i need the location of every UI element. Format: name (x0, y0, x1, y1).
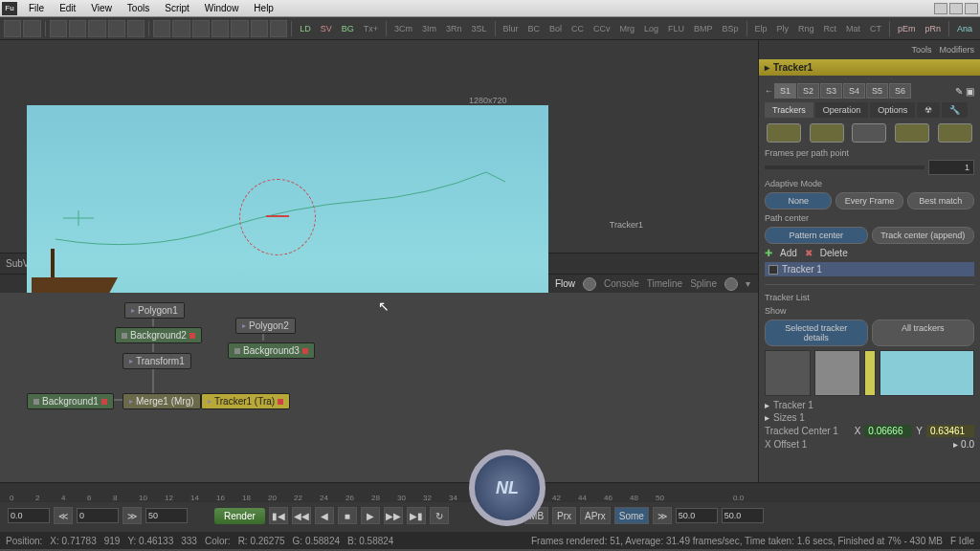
tool-ply[interactable]: Ply (773, 22, 793, 35)
global-end[interactable] (722, 508, 764, 523)
play-button[interactable]: ▶ (361, 507, 380, 524)
step-back-button[interactable]: ◀◀ (292, 507, 311, 524)
s2-button[interactable]: S2 (797, 83, 819, 99)
pattern-center[interactable]: Pattern center (765, 227, 868, 244)
adaptive-none[interactable]: None (765, 192, 832, 209)
prev-key-button[interactable]: ≪ (54, 507, 73, 524)
tool-3im[interactable]: 3Im (418, 22, 440, 35)
close-button[interactable]: × (965, 3, 978, 14)
step-forward-button[interactable]: ▶▶ (384, 507, 403, 524)
tab-flow[interactable]: Flow (555, 278, 575, 289)
tool-3rn[interactable]: 3Rn (442, 22, 466, 35)
minimize-button[interactable]: – (934, 3, 947, 14)
wrench-icon[interactable]: 🔧 (942, 102, 968, 118)
tab-tools[interactable]: Tools (911, 45, 931, 55)
tab-icon[interactable] (724, 277, 738, 291)
s3-button[interactable]: S3 (820, 83, 842, 99)
tool-mat[interactable]: Mat (842, 22, 864, 35)
tracker-list-item[interactable]: Tracker 1 (765, 262, 974, 276)
node-transform1[interactable]: ▸Transform1 (122, 353, 191, 369)
tool-3cm[interactable]: 3Cm (390, 22, 416, 35)
loop-button[interactable]: ↻ (430, 507, 449, 524)
tool-bsp[interactable]: BSp (719, 22, 743, 35)
tool-blur[interactable]: Blur (500, 22, 523, 35)
toolbar-btn[interactable] (172, 20, 189, 37)
tracker-center[interactable] (266, 215, 289, 217)
menu-help[interactable]: Help (246, 1, 281, 15)
node-polygon2[interactable]: ▸Polygon2 (235, 318, 296, 334)
dropdown-icon[interactable]: ▾ (746, 278, 750, 289)
track-center-append[interactable]: Track center (append) (872, 227, 975, 244)
subv-toggle[interactable]: SubV (6, 258, 29, 269)
toolbar-btn[interactable] (251, 20, 268, 37)
stop-button[interactable]: ■ (338, 507, 357, 524)
tool-prn[interactable]: pRn (922, 22, 946, 35)
tool-log[interactable]: Log (640, 22, 662, 35)
tool-bg[interactable]: BG (338, 22, 358, 35)
node-polygon1[interactable]: ▸Polygon1 (124, 302, 185, 319)
toolbar-btn[interactable] (69, 20, 86, 37)
tool-sv[interactable]: SV (317, 22, 336, 35)
play-back-button[interactable]: ◀ (315, 507, 334, 524)
menu-edit[interactable]: Edit (52, 1, 83, 15)
toolbar-btn[interactable] (192, 20, 210, 37)
show-all[interactable]: All trackers (872, 320, 975, 346)
render-button[interactable]: Render (214, 508, 265, 524)
next-range-button[interactable]: ≫ (653, 507, 672, 524)
current-frame[interactable] (77, 508, 119, 523)
toolbar-btn[interactable] (4, 20, 21, 37)
track-forward-icon[interactable] (938, 123, 972, 143)
s6-button[interactable]: S6 (889, 83, 911, 99)
tool-3sl[interactable]: 3SL (468, 22, 491, 35)
adaptive-best[interactable]: Best match (907, 192, 974, 209)
tool-ld[interactable]: LD (296, 22, 315, 35)
tab-console[interactable]: Console (604, 278, 639, 289)
menu-file[interactable]: File (21, 1, 52, 15)
show-selected[interactable]: Selected tracker details (765, 320, 868, 346)
toolbar-btn[interactable] (212, 20, 229, 37)
prx-toggle[interactable]: Prx (552, 507, 576, 524)
tool-bc[interactable]: BC (524, 22, 545, 35)
tool-rct[interactable]: Rct (820, 22, 841, 35)
tool-elp[interactable]: Elp (751, 22, 771, 35)
some-toggle[interactable]: Some (614, 507, 649, 524)
menu-view[interactable]: View (83, 1, 120, 15)
track-stop-icon[interactable] (852, 123, 886, 143)
tab-trackers[interactable]: Trackers (765, 102, 813, 118)
tool-bmp[interactable]: BMP (690, 22, 717, 35)
toolbar-btn[interactable] (108, 20, 125, 37)
tool-mrg[interactable]: Mrg (616, 22, 639, 35)
tab-modifiers[interactable]: Modifiers (939, 45, 974, 55)
tracker-checkbox[interactable] (768, 265, 778, 275)
tool-tx[interactable]: Tx+ (360, 22, 382, 35)
toolbar-btn[interactable] (88, 20, 105, 37)
tc-y-field[interactable]: 0.63461 (926, 425, 974, 437)
start-frame[interactable] (8, 508, 50, 523)
tc-x-field[interactable]: 0.06666 (864, 425, 912, 437)
node-background1[interactable]: Background1 (27, 393, 114, 409)
node-merge1[interactable]: ▸Merge1 (Mrg) (122, 393, 201, 409)
delete-button[interactable]: ✖ (805, 248, 813, 258)
toolbar-btn[interactable] (23, 20, 40, 37)
viewer-panel[interactable]: 1280x720 ↖ Tracker1 (0, 40, 758, 253)
last-frame-button[interactable]: ▶▮ (407, 507, 426, 524)
tool-flu[interactable]: FLU (664, 22, 688, 35)
maximize-button[interactable]: □ (949, 3, 963, 14)
range-end[interactable] (676, 508, 718, 523)
add-button[interactable]: ✚ (765, 248, 772, 258)
node-tracker1[interactable]: ▸Tracker1 (Tra) (201, 393, 290, 409)
s4-button[interactable]: S4 (843, 83, 865, 99)
first-frame-button[interactable]: ▮◀ (269, 507, 288, 524)
toolbar-btn[interactable] (50, 20, 67, 37)
toolbar-btn[interactable] (231, 20, 248, 37)
tool-pem[interactable]: pEm (894, 22, 920, 35)
next-key-button[interactable]: ≫ (122, 507, 142, 524)
tracker-search-region[interactable] (239, 179, 316, 255)
track-backward-from-icon[interactable] (810, 123, 844, 143)
tool-ana[interactable]: Ana (953, 22, 976, 35)
tool-bol[interactable]: Bol (546, 22, 566, 35)
tool-ct[interactable]: CT (866, 22, 885, 35)
inspector-title[interactable]: ▸ Tracker1 (759, 59, 980, 76)
tab-timeline[interactable]: Timeline (647, 278, 682, 289)
menu-script[interactable]: Script (157, 1, 197, 15)
